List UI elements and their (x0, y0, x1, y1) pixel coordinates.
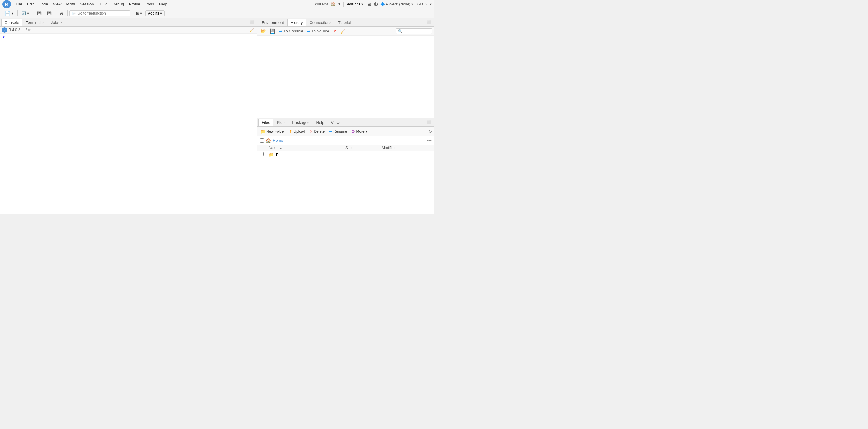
upload-btn[interactable]: ⬆ Upload (288, 128, 306, 134)
history-toolbar: 📂 💾 ⬌ To Console ⬌ To Source ✕ (257, 27, 434, 36)
menu-help[interactable]: Help (157, 1, 169, 7)
tab-files[interactable]: Files (258, 119, 273, 126)
upload-icon: ⬆ (289, 129, 293, 134)
user-upload-icon[interactable]: ⬆ (338, 2, 341, 6)
files-toolbar: 📁 New Folder ⬆ Upload ✕ Delete ➡ Rename (257, 127, 434, 136)
history-search-input[interactable] (396, 29, 432, 34)
layout-dropdown-icon: ▾ (140, 11, 142, 15)
menu-code[interactable]: Code (37, 1, 50, 7)
tab-tutorial[interactable]: Tutorial (335, 19, 354, 26)
addins-button[interactable]: Addins ▾ (145, 10, 165, 16)
history-save-btn[interactable]: 💾 (269, 28, 277, 34)
menu-debug[interactable]: Debug (111, 1, 126, 7)
save-all-button[interactable]: 💾 (45, 10, 54, 16)
lower-right-maximize-btn[interactable]: ⬜ (426, 120, 433, 125)
new-folder-icon: 📁 (260, 129, 266, 134)
upper-right-panel: Environment History Connections Tutorial… (257, 18, 434, 118)
menu-edit[interactable]: Edit (25, 1, 35, 7)
menu-plots[interactable]: Plots (64, 1, 77, 7)
files-table: Name ▲ Size Modified (257, 145, 434, 158)
layout-button[interactable]: ⊞ ▾ (134, 10, 144, 16)
col-name[interactable]: Name ▲ (266, 145, 343, 151)
row-checkbox-cell[interactable] (257, 151, 266, 158)
console-minimize-btn[interactable]: — (242, 20, 248, 25)
menu-file[interactable]: File (14, 1, 24, 7)
table-row[interactable]: 📁 R (257, 151, 434, 158)
tab-packages[interactable]: Packages (289, 119, 313, 126)
console-maximize-btn[interactable]: ⬜ (248, 20, 256, 25)
history-content (257, 36, 434, 118)
history-to-console-btn[interactable]: ⬌ To Console (278, 29, 305, 34)
new-folder-btn[interactable]: 📁 New Folder (259, 128, 286, 134)
menu-right: guillems 🏠 ⬆ Sessions ▾ ⊞ ⏻ 🔷 Project: (… (315, 1, 432, 7)
layout-icon: ⊞ (136, 11, 139, 15)
tab-help[interactable]: Help (313, 119, 328, 126)
menu-view[interactable]: View (51, 1, 63, 7)
home-link[interactable]: Home (273, 138, 283, 143)
name-sort-icon: ▲ (279, 146, 282, 150)
terminal-close-icon[interactable]: ✕ (42, 21, 44, 24)
row-modified-cell (379, 151, 434, 158)
row-name-cell[interactable]: 📁 R (266, 151, 343, 158)
tab-history[interactable]: History (287, 19, 306, 26)
lower-right-minimize-btn[interactable]: — (419, 120, 426, 125)
left-panel: Console Terminal ✕ Jobs ✕ — ⬜ R R 4.0.3 … (0, 18, 257, 214)
more-btn[interactable]: ⚙ More ▾ (350, 128, 368, 134)
console-sub-toolbar: R R 4.0.3 · ~/ ✏ 🧹 (0, 27, 257, 34)
project-selector[interactable]: 🔷 Project: (None) ▾ (380, 2, 413, 6)
r-version-dropdown-icon: ▾ (430, 2, 432, 6)
sessions-dropdown-icon: ▾ (361, 2, 363, 6)
source-button[interactable]: 🔄 ▾ (20, 10, 31, 16)
print-icon: 🖨 (60, 11, 63, 15)
history-to-console-icon: ⬌ (279, 29, 283, 34)
menu-session[interactable]: Session (78, 1, 96, 7)
console-content[interactable]: > (0, 34, 257, 214)
r-logo: R (2, 0, 11, 8)
col-size[interactable]: Size (343, 145, 379, 151)
save-button[interactable]: 💾 (35, 10, 44, 16)
upper-right-tab-bar: Environment History Connections Tutorial… (257, 18, 434, 27)
more-gear-icon: ⚙ (351, 129, 355, 134)
tab-terminal[interactable]: Terminal ✕ (23, 19, 48, 26)
files-select-all-checkbox[interactable] (259, 138, 264, 143)
upper-right-minimize-btn[interactable]: — (419, 20, 426, 25)
tab-plots[interactable]: Plots (273, 119, 289, 126)
tab-console[interactable]: Console (1, 19, 23, 26)
sessions-button[interactable]: Sessions ▾ (343, 1, 365, 7)
console-separator: · (22, 28, 23, 32)
print-button[interactable]: 🖨 (58, 10, 65, 16)
history-clear-btn[interactable]: 🧹 (339, 29, 347, 34)
history-to-source-btn[interactable]: ⬌ To Source (306, 29, 331, 34)
delete-btn[interactable]: ✕ Delete (308, 128, 326, 134)
tab-jobs[interactable]: Jobs ✕ (48, 19, 66, 26)
session-suspend-icon[interactable]: ⏻ (374, 2, 378, 7)
menu-build[interactable]: Build (97, 1, 110, 7)
tab-connections[interactable]: Connections (306, 19, 335, 26)
jobs-close-icon[interactable]: ✕ (60, 21, 63, 24)
new-file-button[interactable]: 📄 ▾ (2, 9, 16, 17)
history-remove-btn[interactable]: ✕ (332, 29, 338, 34)
console-clear-btn[interactable]: 🧹 (248, 28, 255, 32)
menu-tools[interactable]: Tools (143, 1, 156, 7)
files-refresh-btn[interactable]: ↻ (429, 129, 432, 134)
source-dropdown-icon: ▾ (27, 11, 29, 15)
upper-right-maximize-btn[interactable]: ⬜ (426, 20, 433, 25)
col-modified[interactable]: Modified (379, 145, 434, 151)
source-icon: 🔄 (22, 11, 26, 15)
tab-environment[interactable]: Environment (258, 19, 287, 26)
new-file-dropdown-icon: ▾ (11, 11, 13, 15)
console-version: R 4.0.3 (8, 28, 20, 32)
console-r-icon: R (2, 27, 7, 33)
row-checkbox[interactable] (259, 152, 264, 156)
goto-input-container[interactable]: 📄 (69, 10, 130, 16)
new-session-icon[interactable]: ⊞ (368, 2, 371, 7)
files-table-header: Name ▲ Size Modified (257, 145, 434, 151)
files-path-more-btn[interactable]: ••• (427, 138, 432, 143)
menu-profile[interactable]: Profile (127, 1, 142, 7)
goto-input[interactable] (78, 11, 126, 15)
folder-icon: 📁 (269, 153, 274, 157)
tab-viewer[interactable]: Viewer (328, 119, 346, 126)
col-checkbox (257, 145, 266, 151)
rename-btn[interactable]: ➡ Rename (328, 128, 348, 134)
history-load-btn[interactable]: 📂 (259, 28, 267, 34)
